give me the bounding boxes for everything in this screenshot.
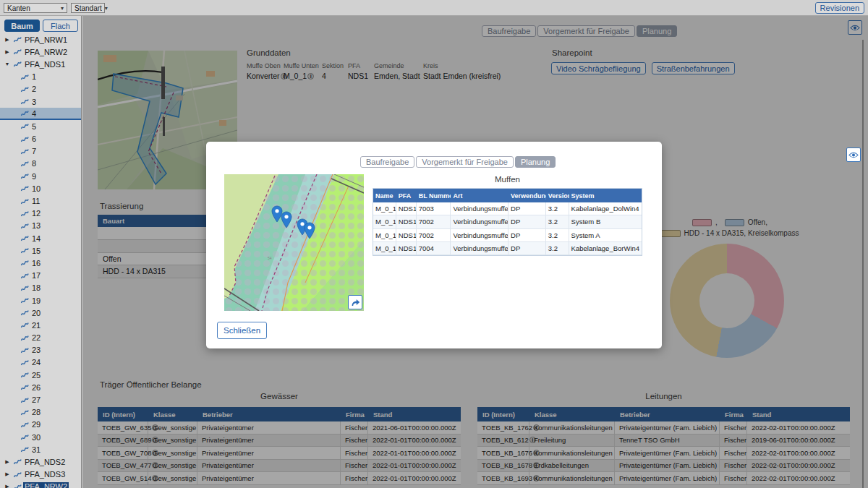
status-tab[interactable]: Baufreigabe xyxy=(360,156,414,168)
status-tab[interactable]: Planung xyxy=(515,156,556,168)
col-art: Art xyxy=(451,192,509,200)
share-map-button[interactable] xyxy=(348,295,362,309)
muffen-row[interactable]: M_0_1 NDS1 7002 Verbindungsmuffe DP 3.2 … xyxy=(373,229,642,242)
muffen-table: Name PFA BL Nummer Art Verwendung Versio… xyxy=(373,188,642,256)
eye-icon xyxy=(848,152,859,158)
col-verwendung: Verwendung xyxy=(509,192,546,200)
col-pfa: PFA xyxy=(396,192,417,200)
col-version: Version xyxy=(546,192,569,200)
muffen-row[interactable]: M_0_1 NDS1 7002 Verbindungsmuffe DP 3.2 … xyxy=(373,215,642,228)
app: Kanten ▾ Standart ▾ Revisionen Baum Flac… xyxy=(0,0,868,488)
dialog-status-tabs: BaufreigabeVorgemerkt für FreigabePlanun… xyxy=(360,156,556,168)
share-arrow-icon xyxy=(351,298,360,307)
col-system: System xyxy=(569,192,642,200)
svg-text:54: 54 xyxy=(268,256,272,260)
muffen-title: Muffen xyxy=(373,175,642,184)
col-name: Name xyxy=(373,192,396,200)
col-bl-nummer: BL Nummer xyxy=(417,192,451,200)
muffen-row[interactable]: M_0_1 NDS1 7003 Verbindungsmuffe DP 3.2 … xyxy=(373,202,642,215)
muffen-body: M_0_1 NDS1 7003 Verbindungsmuffe DP 3.2 … xyxy=(373,202,642,255)
muffen-dialog: BaufreigabeVorgemerkt für FreigabePlanun… xyxy=(206,142,662,348)
muffen-row[interactable]: M_0_1 NDS1 7004 Verbindungsmuffe DP 3.2 … xyxy=(373,242,642,255)
visibility-toggle-button[interactable] xyxy=(846,147,861,162)
muffen-header: Name PFA BL Nummer Art Verwendung Versio… xyxy=(373,189,642,202)
close-button[interactable]: Schließen xyxy=(217,322,267,339)
status-tab[interactable]: Vorgemerkt für Freigabe xyxy=(416,156,514,168)
dialog-map[interactable]: 54 xyxy=(224,174,364,311)
